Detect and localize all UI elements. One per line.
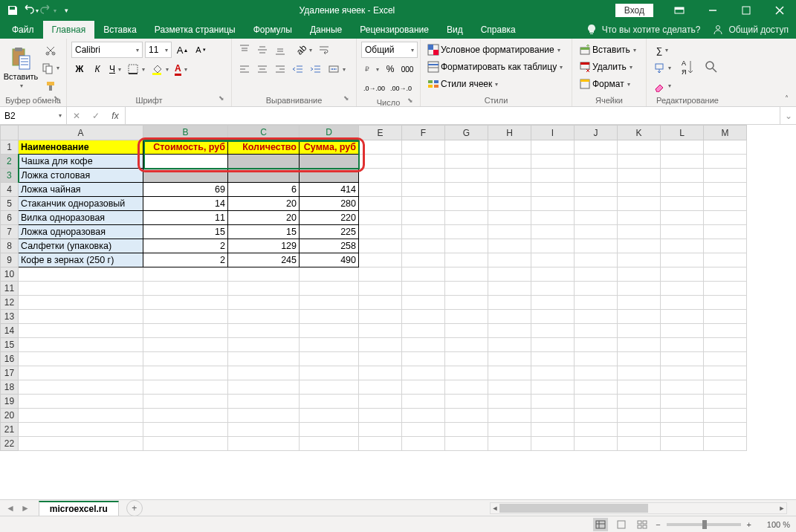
cell-H15[interactable] (488, 338, 531, 352)
cell-C19[interactable] (228, 395, 300, 409)
cell-G3[interactable] (445, 169, 488, 183)
cell-L21[interactable] (661, 423, 704, 437)
cell-L7[interactable] (661, 225, 704, 239)
zoom-thumb[interactable] (702, 520, 707, 529)
cell-G13[interactable] (445, 310, 488, 324)
cell-F16[interactable] (402, 352, 445, 366)
cell-D17[interactable] (300, 366, 359, 380)
cell-C8[interactable]: 129 (228, 239, 300, 253)
cell-J17[interactable] (575, 366, 618, 380)
cell-D11[interactable] (300, 282, 359, 296)
cell-J9[interactable] (575, 253, 618, 267)
cell-E8[interactable] (359, 239, 402, 253)
col-header-K[interactable]: K (618, 126, 661, 140)
cell-I6[interactable] (531, 211, 575, 225)
cell-K11[interactable] (618, 282, 661, 296)
cell-H19[interactable] (488, 395, 531, 409)
cell-B17[interactable] (143, 366, 228, 380)
cell-J19[interactable] (575, 395, 618, 409)
cell-J18[interactable] (575, 380, 618, 395)
cell-L16[interactable] (661, 352, 704, 366)
cell-I18[interactable] (531, 380, 575, 395)
sheet-nav[interactable]: ◄► (0, 503, 36, 513)
cell-L19[interactable] (661, 395, 704, 409)
copy-button[interactable]: ▾ (39, 60, 62, 77)
cell-L9[interactable] (661, 253, 704, 267)
cell-J5[interactable] (575, 197, 618, 211)
cell-H16[interactable] (488, 352, 531, 366)
cell-E21[interactable] (359, 423, 402, 437)
alignment-launcher[interactable]: ⬊ (341, 94, 352, 105)
format-cells-button[interactable]: Формат▾ (577, 76, 641, 92)
cell-A10[interactable] (19, 267, 143, 282)
cell-I9[interactable] (531, 253, 575, 267)
cell-L5[interactable] (661, 197, 704, 211)
cell-E12[interactable] (359, 296, 402, 310)
cell-G7[interactable] (445, 225, 488, 239)
cell-D6[interactable]: 220 (300, 211, 359, 225)
cell-A7[interactable]: Ложка одноразовая (19, 225, 143, 239)
cell-H4[interactable] (488, 183, 531, 197)
cell-H22[interactable] (488, 437, 531, 451)
tab-view[interactable]: Вид (438, 21, 472, 39)
row-header-12[interactable]: 12 (1, 296, 19, 310)
row-header-13[interactable]: 13 (1, 310, 19, 324)
tab-home[interactable]: Главная (43, 21, 95, 39)
cell-A18[interactable] (19, 380, 143, 395)
cell-M22[interactable] (704, 437, 747, 451)
number-launcher[interactable]: ⬊ (405, 97, 415, 107)
cell-J22[interactable] (575, 437, 618, 451)
cell-G1[interactable] (445, 140, 488, 155)
row-header-14[interactable]: 14 (1, 324, 19, 338)
cell-G15[interactable] (445, 338, 488, 352)
cell-E7[interactable] (359, 225, 402, 239)
cell-F21[interactable] (402, 423, 445, 437)
cell-B21[interactable] (143, 423, 228, 437)
cell-H3[interactable] (488, 169, 531, 183)
cell-E11[interactable] (359, 282, 402, 296)
font-size-combo[interactable]: 11▾ (145, 42, 172, 58)
cell-C7[interactable]: 15 (228, 225, 300, 239)
cell-M10[interactable] (704, 267, 747, 282)
cell-I1[interactable] (531, 140, 575, 155)
cell-H21[interactable] (488, 423, 531, 437)
cell-M4[interactable] (704, 183, 747, 197)
cell-A15[interactable] (19, 338, 143, 352)
shrink-font-button[interactable]: A▾ (192, 42, 209, 58)
col-header-M[interactable]: M (704, 126, 747, 140)
row-header-22[interactable]: 22 (1, 437, 19, 451)
cell-D16[interactable] (300, 352, 359, 366)
cell-B19[interactable] (143, 395, 228, 409)
cell-B18[interactable] (143, 380, 228, 395)
cell-I14[interactable] (531, 324, 575, 338)
maximize-button[interactable] (729, 0, 763, 21)
cell-A2[interactable]: Чашка для кофе (19, 155, 143, 169)
ribbon-display-button[interactable] (662, 0, 696, 21)
tab-file[interactable]: Файл (3, 21, 43, 39)
col-header-F[interactable]: F (402, 126, 445, 140)
cell-L8[interactable] (661, 239, 704, 253)
tab-layout[interactable]: Разметка страницы (146, 21, 245, 39)
cell-F3[interactable] (402, 169, 445, 183)
cell-M6[interactable] (704, 211, 747, 225)
cell-A12[interactable] (19, 296, 143, 310)
cell-F10[interactable] (402, 267, 445, 282)
cell-C13[interactable] (228, 310, 300, 324)
cell-F12[interactable] (402, 296, 445, 310)
name-box[interactable]: B2▾ (0, 107, 67, 124)
cell-J2[interactable] (575, 155, 618, 169)
accounting-button[interactable]: ₽▾ (361, 61, 381, 77)
cell-A21[interactable] (19, 423, 143, 437)
qat-customize[interactable]: ▾ (58, 2, 74, 19)
cell-F20[interactable] (402, 409, 445, 423)
cell-I20[interactable] (531, 409, 575, 423)
cell-K1[interactable] (618, 140, 661, 155)
cell-K4[interactable] (618, 183, 661, 197)
number-format-combo[interactable]: Общий▾ (361, 42, 418, 58)
cell-K18[interactable] (618, 380, 661, 395)
cell-E10[interactable] (359, 267, 402, 282)
page-layout-button[interactable] (614, 518, 629, 531)
cell-M15[interactable] (704, 338, 747, 352)
cell-D9[interactable]: 490 (300, 253, 359, 267)
cell-E18[interactable] (359, 380, 402, 395)
